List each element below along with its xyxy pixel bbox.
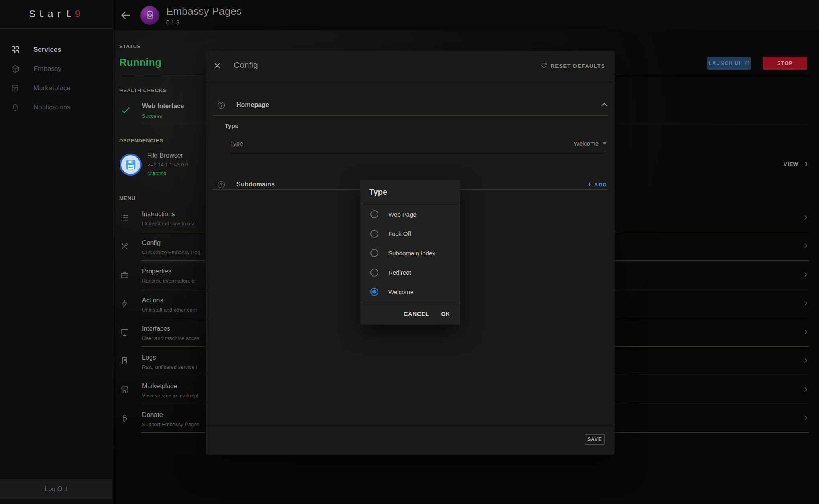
menu-item-subtitle: Understand how to use — [142, 221, 196, 227]
radio-icon[interactable] — [370, 288, 378, 296]
screen: Start9 Services Embassy Marketplace — [0, 0, 819, 504]
radio-option-welcome[interactable]: Welcome — [360, 282, 460, 302]
back-arrow-icon[interactable] — [120, 9, 132, 21]
sidebar-item-notifications[interactable]: Notifications — [0, 98, 113, 117]
type-select-field[interactable]: Type Welcome — [230, 139, 606, 151]
sidebar-item-marketplace[interactable]: Marketplace — [0, 79, 113, 98]
logo-accent: 9 — [75, 8, 84, 20]
sidebar-header: Start9 — [0, 0, 113, 29]
config-modal-title: Config — [234, 60, 258, 70]
tools-icon — [120, 242, 129, 251]
radio-icon[interactable] — [370, 210, 378, 218]
file-browser-icon — [120, 154, 142, 176]
add-subdomain-button[interactable]: + ADD — [587, 181, 607, 188]
logout-button[interactable]: Log Out — [0, 479, 112, 499]
selected-type-value: Welcome — [574, 140, 599, 147]
help-icon[interactable]: ? — [218, 102, 225, 109]
reset-defaults-label: RESET DEFAULTS — [551, 63, 605, 69]
view-dependency-link[interactable]: VIEW — [784, 160, 809, 168]
close-icon[interactable] — [213, 62, 221, 69]
chevron-right-icon — [802, 415, 807, 421]
menu-item-subtitle: View service in marketpl — [142, 393, 198, 399]
menu-item-subtitle: Raw, unfiltered service l — [142, 364, 197, 370]
external-link-icon — [744, 60, 750, 66]
sidebar-item-label: Services — [33, 46, 61, 54]
cancel-button[interactable]: CANCEL — [404, 311, 429, 317]
radio-option-subdomain-index[interactable]: Subdomain Index — [360, 243, 460, 263]
checkmark-icon — [120, 105, 131, 115]
launch-ui-button[interactable]: LAUNCH UI — [707, 57, 751, 70]
health-check-name: Web Interface — [142, 103, 184, 110]
radio-option-redirect[interactable]: Redirect — [360, 263, 460, 283]
menu-item-subtitle: Uninstall and other com — [142, 307, 197, 313]
app-title-block: Embassy Pages 0.1.3 — [166, 5, 242, 26]
menu-item-subtitle: Customize Embassy Pag — [142, 249, 200, 255]
status-heading: STATUS — [119, 43, 141, 49]
chevron-up-icon[interactable] — [602, 103, 607, 108]
storefront-icon — [11, 84, 20, 93]
radio-icon[interactable] — [370, 249, 378, 257]
radio-option-label: Redirect — [388, 269, 411, 276]
radio-option-label: Subdomain Index — [388, 250, 435, 257]
reset-icon — [541, 63, 547, 69]
type-field-label: Type — [230, 139, 243, 147]
divider — [213, 115, 608, 116]
radio-icon[interactable] — [370, 269, 378, 277]
radio-option-fuck-off[interactable]: Fuck Off — [360, 224, 460, 244]
logs-icon — [120, 356, 129, 366]
sidebar-item-services[interactable]: Services — [0, 40, 113, 59]
bell-icon — [11, 103, 20, 112]
radio-icon[interactable] — [370, 230, 378, 238]
page-title: Embassy Pages — [166, 5, 242, 18]
menu-item-subtitle: User and machine acces — [142, 335, 199, 341]
view-label: VIEW — [784, 161, 799, 167]
type-group-label: Type — [225, 122, 238, 129]
service-header: Embassy Pages 0.1.3 — [113, 0, 819, 30]
type-dialog-footer: CANCEL OK — [360, 303, 460, 325]
caret-down-icon — [602, 142, 606, 145]
monitor-icon — [120, 328, 129, 337]
menu-item-title: Donate — [142, 411, 163, 419]
radio-option-label: Fuck Off — [388, 230, 411, 237]
chevron-right-icon — [802, 272, 807, 277]
reset-defaults-button[interactable]: RESET DEFAULTS — [541, 51, 605, 81]
config-modal-header: Config RESET DEFAULTS — [206, 51, 615, 81]
menu-item-subtitle: Runtime information, cr — [142, 278, 196, 284]
menu-heading: MENU — [119, 195, 136, 201]
grid-icon — [11, 45, 20, 54]
chevron-right-icon — [802, 243, 807, 249]
menu-item-title: Marketplace — [142, 383, 177, 390]
status-value: Running — [119, 56, 161, 69]
save-button[interactable]: SAVE — [585, 434, 605, 445]
menu-item-title: Instructions — [142, 211, 175, 218]
menu-item-title: Interfaces — [142, 325, 170, 332]
type-field-value: Welcome — [574, 139, 606, 147]
arrow-right-icon — [801, 160, 809, 168]
logo-text: Start — [29, 8, 75, 20]
dependency-status: satisfied — [147, 170, 167, 176]
bitcoin-icon — [120, 414, 129, 423]
help-icon[interactable]: ? — [218, 181, 225, 188]
radio-option-web-page[interactable]: Web Page — [360, 204, 460, 224]
menu-item-title: Logs — [142, 354, 156, 361]
health-check-result: Success — [142, 113, 162, 119]
dependency-version-range: >=2.14.1.1 <3.0.0 — [147, 162, 188, 168]
app-icon — [140, 6, 159, 25]
list-icon — [120, 213, 129, 222]
sidebar: Start9 Services Embassy Marketplace — [0, 0, 113, 504]
sidebar-item-label: Marketplace — [33, 84, 71, 92]
lightning-icon — [120, 299, 129, 308]
sidebar-item-label: Notifications — [33, 103, 71, 111]
ok-button[interactable]: OK — [441, 311, 450, 317]
sidebar-nav: Services Embassy Marketplace Notificatio… — [0, 29, 113, 117]
dependencies-heading: DEPENDENCIES — [119, 138, 163, 144]
stop-button[interactable]: STOP — [763, 57, 807, 70]
sidebar-item-label: Embassy — [33, 65, 61, 73]
dependency-name: File Browser — [147, 152, 183, 159]
add-label: ADD — [594, 182, 607, 188]
radio-option-label: Web Page — [388, 211, 417, 218]
sidebar-item-embassy[interactable]: Embassy — [0, 59, 113, 79]
plus-icon: + — [587, 181, 592, 188]
homepage-section-header[interactable]: ? Homepage — [218, 97, 607, 113]
storefront-icon — [120, 385, 129, 394]
